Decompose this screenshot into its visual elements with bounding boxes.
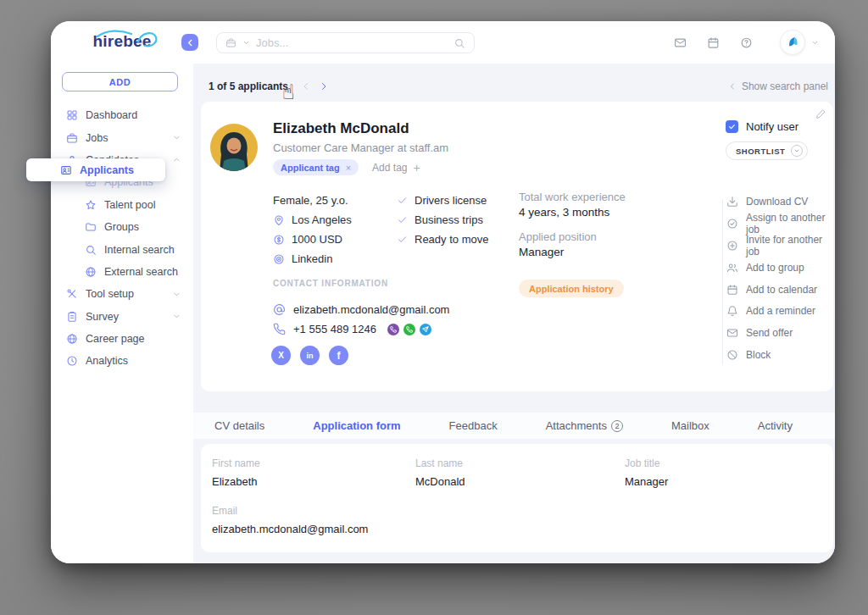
- prev-applicant-button[interactable]: [301, 81, 311, 91]
- linkedin-icon[interactable]: in: [300, 346, 320, 365]
- applicant-profile-card: Elizabeth McDonald Customer Care Manager…: [201, 102, 833, 391]
- drag-tooltip-applicants[interactable]: Applicants: [26, 158, 165, 181]
- whatsapp-icon[interactable]: [403, 324, 415, 335]
- briefcase-icon: [66, 132, 78, 144]
- sidebar-item-label: Talent pool: [104, 199, 155, 211]
- sidebar-item-talent-pool[interactable]: Talent pool: [51, 194, 193, 216]
- sidebar-item-tool-setup[interactable]: Tool setup: [51, 283, 193, 305]
- action-assign-to-another-job[interactable]: Assign to another job: [726, 213, 830, 235]
- telegram-icon[interactable]: [420, 324, 431, 335]
- content-area: 1 of 5 applicants Show search panel: [193, 64, 835, 563]
- action-add-to-group[interactable]: Add to group: [726, 257, 830, 279]
- checkbox-checked[interactable]: [726, 120, 738, 133]
- tab-application-form[interactable]: Application form: [313, 419, 400, 432]
- email-value: elizabeth.mcdonald@gmail.com: [293, 303, 449, 316]
- tab-mailbox[interactable]: Mailbox: [671, 419, 709, 432]
- help-icon[interactable]: [740, 36, 753, 49]
- add-tag-button[interactable]: Add tag +: [372, 161, 420, 175]
- globe-icon: [66, 333, 78, 345]
- chevron-left-icon: [186, 38, 195, 47]
- tag-row: Applicant tag × Add tag +: [273, 159, 420, 175]
- bell-icon: [726, 305, 738, 317]
- status-label: SHORTLIST: [736, 147, 785, 156]
- facts-column: Female, 25 y.o. Los Angeles 1000 USD Lin…: [273, 191, 352, 269]
- action-add-to-calendar[interactable]: Add to calendar: [726, 279, 830, 301]
- sidebar-item-survey[interactable]: Survey: [51, 306, 193, 328]
- topbar: Jobs...: [193, 21, 835, 64]
- tab-attachments[interactable]: Attachments 2: [546, 419, 623, 432]
- topbar-icons: [674, 21, 753, 64]
- sidebar-item-jobs[interactable]: Jobs: [51, 126, 193, 148]
- sidebar-item-external-search[interactable]: External search: [51, 261, 193, 283]
- chevron-down-icon[interactable]: [242, 39, 250, 47]
- sidebar-item-analytics[interactable]: Analytics: [51, 350, 193, 372]
- experience-column: Total work experience 4 years, 3 months …: [519, 191, 697, 270]
- remove-tag-icon[interactable]: ×: [346, 163, 351, 173]
- facebook-icon[interactable]: f: [329, 346, 348, 365]
- search-icon[interactable]: [453, 37, 465, 49]
- check-icon: [728, 123, 736, 130]
- messenger-icons: [387, 324, 431, 335]
- action-list: Download CV Assign to another job Invite…: [726, 191, 830, 366]
- clipboard-icon: [66, 311, 78, 323]
- block-icon: [726, 349, 738, 361]
- notify-user-label: Notify user: [746, 120, 798, 133]
- add-button[interactable]: ADD: [62, 72, 178, 91]
- applicant-subtitle: Customer Care Manager at staff.am: [273, 141, 448, 154]
- sidebar-item-label: Career page: [86, 333, 145, 345]
- mail-icon[interactable]: [674, 36, 687, 49]
- calendar-icon[interactable]: [707, 36, 720, 49]
- x-icon[interactable]: X: [271, 346, 291, 365]
- check-icon: [397, 214, 408, 225]
- sidebar-item-label: Dashboard: [86, 109, 137, 121]
- experience-label: Total work experience: [519, 191, 697, 203]
- applicant-count: 1 of 5 applicants: [209, 80, 288, 92]
- action-send-offer[interactable]: Send offer: [726, 322, 830, 344]
- chevron-down-icon: [172, 290, 181, 299]
- check-icon: [397, 234, 408, 245]
- search-placeholder: Jobs...: [256, 36, 448, 49]
- check-ready-to-move: Ready to move: [397, 230, 488, 249]
- applicant-avatar: [210, 124, 258, 171]
- sidebar-item-label: External search: [104, 266, 178, 278]
- sidebar-item-groups[interactable]: Groups: [51, 216, 193, 238]
- edit-pencil-icon[interactable]: [815, 108, 826, 119]
- tab-activity[interactable]: Activity: [758, 419, 793, 432]
- sidebar-item-internal-search[interactable]: Internal search: [51, 238, 193, 260]
- search-bar[interactable]: Jobs...: [216, 32, 475, 53]
- phone-value: +1 555 489 1246: [293, 323, 376, 335]
- desktop: hirebee ADD Dashboard Jobs Ca: [0, 0, 868, 615]
- viber-icon[interactable]: [387, 324, 399, 335]
- user-avatar[interactable]: [780, 30, 805, 55]
- notify-user-checkbox[interactable]: Notify user: [726, 120, 798, 133]
- sidebar-item-career-page[interactable]: Career page: [51, 328, 193, 350]
- collapse-sidebar-button[interactable]: [181, 34, 198, 51]
- search-icon: [85, 244, 97, 256]
- app-window: hirebee ADD Dashboard Jobs Ca: [51, 21, 835, 563]
- sidebar: hirebee ADD Dashboard Jobs Ca: [51, 21, 193, 563]
- contact-section-header: CONTACT INFORMATION: [273, 279, 388, 288]
- experience-value: 4 years, 3 months: [519, 206, 697, 219]
- next-applicant-button[interactable]: [319, 81, 329, 91]
- status-caret: [791, 145, 803, 157]
- user-badge-icon: [60, 164, 72, 176]
- check-business-trips: Business trips: [397, 210, 488, 230]
- field-last-name: Last name McDonald: [415, 457, 465, 488]
- show-search-panel-button[interactable]: Show search panel: [728, 80, 828, 92]
- action-block[interactable]: Block: [726, 344, 830, 366]
- sidebar-item-dashboard[interactable]: Dashboard: [51, 104, 193, 126]
- clock-icon: [66, 355, 78, 367]
- applicant-tag[interactable]: Applicant tag ×: [273, 159, 359, 175]
- action-add-a-reminder[interactable]: Add a reminder: [726, 300, 830, 322]
- status-dropdown[interactable]: SHORTLIST: [726, 141, 808, 160]
- tab-feedback[interactable]: Feedback: [449, 419, 498, 432]
- action-download-cv[interactable]: Download CV: [726, 191, 830, 213]
- chevron-down-icon[interactable]: [811, 39, 819, 47]
- tab-cv-details[interactable]: CV details: [214, 419, 264, 432]
- action-invite-for-another-job[interactable]: Invite for another job: [726, 235, 830, 257]
- logo: hirebee: [51, 30, 193, 53]
- briefcase-icon[interactable]: [225, 37, 236, 48]
- application-history-button[interactable]: Application history: [519, 280, 624, 297]
- fact-gender-age: Female, 25 y.o.: [273, 191, 352, 210]
- fact-salary: 1000 USD: [273, 230, 352, 249]
